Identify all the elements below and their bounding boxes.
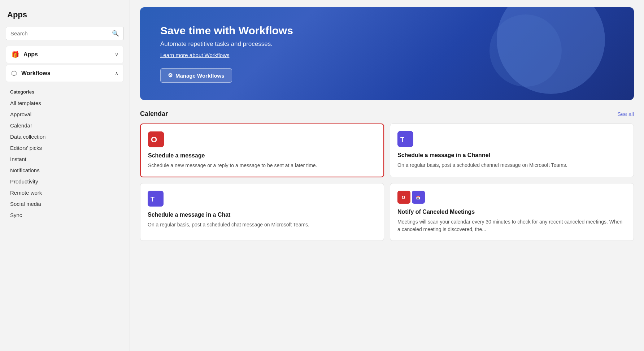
workflow-card[interactable]: T Schedule a message in a Channel On a r… bbox=[390, 124, 634, 177]
card-icon: T bbox=[148, 191, 164, 207]
categories-section: Categories All templatesApprovalCalendar… bbox=[6, 85, 124, 222]
sidebar-category-item[interactable]: Productivity bbox=[7, 176, 122, 187]
card-title: Schedule a message bbox=[148, 152, 376, 159]
office-icon: O bbox=[397, 191, 410, 204]
search-input[interactable] bbox=[10, 30, 109, 36]
sidebar-category-item[interactable]: Instant bbox=[7, 153, 122, 165]
apps-chevron: ∨ bbox=[115, 52, 118, 57]
svg-text:O: O bbox=[402, 195, 405, 200]
sidebar-category-item[interactable]: All templates bbox=[7, 98, 122, 109]
apps-label: Apps bbox=[23, 51, 38, 58]
search-icon: 🔍 bbox=[112, 30, 119, 37]
sidebar-category-item[interactable]: Approval bbox=[7, 109, 122, 120]
card-description: Schedule a new message or a reply to a m… bbox=[148, 162, 376, 169]
svg-text:📅: 📅 bbox=[416, 195, 421, 200]
manage-workflows-button[interactable]: ⚙ Manage Workflows bbox=[160, 68, 232, 83]
svg-text:T: T bbox=[400, 136, 404, 143]
svg-text:T: T bbox=[151, 196, 155, 203]
manage-workflows-label: Manage Workflows bbox=[175, 73, 225, 79]
sidebar-title: Apps bbox=[6, 7, 124, 24]
category-list: All templatesApprovalCalendarData collec… bbox=[7, 98, 122, 221]
categories-heading: Categories bbox=[7, 89, 122, 95]
hero-subtitle: Automate repetitive tasks and processes. bbox=[160, 40, 614, 48]
nav-item-workflows[interactable]: ⬡ Workflows ∧ bbox=[6, 65, 124, 82]
hero-title: Save time with Workflows bbox=[160, 25, 614, 37]
hero-learn-more-link[interactable]: Learn more about Workflows bbox=[160, 52, 614, 58]
sidebar-category-item[interactable]: Notifications bbox=[7, 165, 122, 176]
workflow-card[interactable]: O Schedule a message Schedule a new mess… bbox=[140, 124, 384, 177]
workflow-card[interactable]: O 📅 Notify of Canceled Meetings Meetings… bbox=[390, 183, 634, 241]
workflows-icon: ⬡ bbox=[11, 69, 17, 77]
nav-section: 🎁 Apps ∨ ⬡ Workflows ∧ bbox=[6, 46, 124, 82]
teams-icon: 📅 bbox=[412, 191, 425, 204]
workflow-card[interactable]: T Schedule a message in a Chat On a regu… bbox=[140, 183, 384, 241]
hero-banner: Save time with Workflows Automate repeti… bbox=[140, 7, 634, 100]
card-icon: T bbox=[397, 131, 413, 147]
sidebar-category-item[interactable]: Remote work bbox=[7, 187, 122, 198]
svg-rect-4 bbox=[148, 191, 164, 207]
search-box[interactable]: 🔍 bbox=[6, 27, 124, 40]
cards-grid: O Schedule a message Schedule a new mess… bbox=[140, 124, 634, 241]
main-content: Save time with Workflows Automate repeti… bbox=[130, 0, 644, 351]
sidebar-category-item[interactable]: Editors' picks bbox=[7, 142, 122, 153]
svg-text:O: O bbox=[151, 135, 157, 144]
svg-rect-2 bbox=[397, 131, 413, 147]
nav-item-apps[interactable]: 🎁 Apps ∨ bbox=[6, 46, 124, 63]
see-all-link[interactable]: See all bbox=[617, 111, 634, 117]
card-title: Schedule a message in a Chat bbox=[148, 212, 377, 218]
card-title: Schedule a message in a Channel bbox=[397, 152, 626, 159]
card-icon-double: O 📅 bbox=[397, 191, 626, 204]
sidebar-category-item[interactable]: Calendar bbox=[7, 120, 122, 131]
card-description: Meetings will scan your calendar every 3… bbox=[397, 218, 626, 233]
workflows-label: Workflows bbox=[21, 70, 51, 77]
sidebar-category-item[interactable]: Social media bbox=[7, 198, 122, 209]
gear-icon: ⚙ bbox=[168, 72, 173, 79]
calendar-section-title: Calendar bbox=[140, 110, 168, 118]
sidebar-category-item[interactable]: Sync bbox=[7, 209, 122, 221]
card-description: On a regular basis, post a scheduled cha… bbox=[148, 221, 377, 229]
apps-icon: 🎁 bbox=[11, 51, 19, 58]
card-icon: O bbox=[148, 131, 164, 147]
sidebar-category-item[interactable]: Data collection bbox=[7, 131, 122, 142]
workflows-chevron: ∧ bbox=[115, 70, 118, 76]
sidebar: Apps 🔍 🎁 Apps ∨ ⬡ Workflows ∧ Categories… bbox=[0, 0, 130, 351]
card-description: On a regular basis, post a scheduled cha… bbox=[397, 161, 626, 169]
calendar-section-header: Calendar See all bbox=[140, 110, 634, 118]
card-title: Notify of Canceled Meetings bbox=[397, 209, 626, 215]
